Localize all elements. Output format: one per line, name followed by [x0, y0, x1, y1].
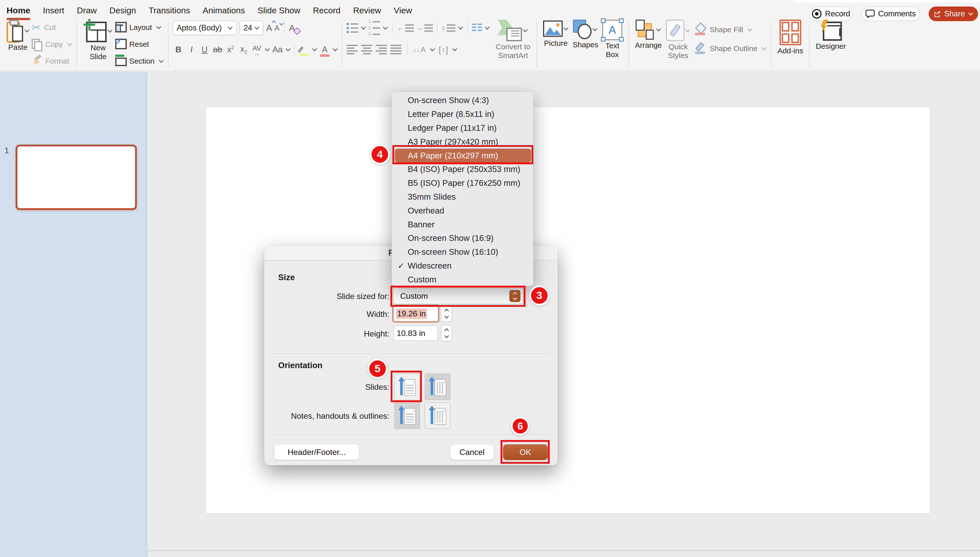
align-center-button[interactable]: [361, 45, 372, 54]
align-right-button[interactable]: [376, 45, 387, 54]
cut-button[interactable]: ✂Cut: [32, 20, 72, 35]
powerpoint-window: Home Insert Draw Design Transitions Anim…: [0, 0, 980, 557]
chevron-down-icon: [24, 28, 29, 33]
menu-item[interactable]: Letter Paper (8.5x11 in): [391, 107, 533, 121]
change-case-button[interactable]: Aa: [272, 45, 283, 54]
new-slide-button[interactable]: New Slide: [81, 20, 115, 61]
status-bar: [148, 550, 980, 557]
increase-font-size-button[interactable]: A: [266, 23, 272, 33]
font-size-select[interactable]: 24: [240, 21, 264, 35]
header-footer-button[interactable]: Header/Footer...: [274, 445, 359, 460]
tab-design[interactable]: Design: [109, 5, 136, 15]
slides-portrait-button[interactable]: [425, 373, 450, 400]
paragraph-group: ← → ↕ ↓↓A [↕]: [347, 18, 532, 71]
decrease-indent-button[interactable]: ←: [397, 24, 414, 32]
arrange-button[interactable]: Arrange: [633, 20, 664, 49]
tab-view[interactable]: View: [394, 5, 412, 15]
notes-landscape-button[interactable]: [394, 402, 420, 429]
format-painter-button[interactable]: Format: [32, 54, 72, 68]
character-spacing-button[interactable]: AV↔: [251, 44, 263, 55]
align-left-button[interactable]: [347, 45, 358, 54]
menu-item[interactable]: Overhead: [391, 204, 533, 218]
layout-button[interactable]: Layout: [115, 20, 164, 35]
width-label: Width:: [264, 309, 390, 319]
menu-item[interactable]: On-screen Show (4:3): [391, 94, 533, 107]
align-text-button[interactable]: [↕]: [439, 45, 448, 55]
menu-item-widescreen-checked[interactable]: ✓Widescreen: [391, 259, 533, 273]
convert-to-smartart-button[interactable]: Convert toSmartArt: [494, 20, 532, 60]
bullets-button[interactable]: [347, 23, 358, 33]
picture-button[interactable]: Picture: [541, 20, 571, 47]
menu-item[interactable]: On-screen Show (16:10): [391, 245, 533, 259]
slide-thumbnail[interactable]: [16, 145, 137, 210]
format-painter-icon: [32, 56, 42, 66]
section-icon: [115, 56, 126, 66]
quick-styles-button[interactable]: QuickStyles: [664, 20, 693, 60]
numbering-button[interactable]: [368, 20, 380, 36]
bold-button[interactable]: B: [173, 45, 184, 54]
font-group: Aptos (Body) 24 A A A B I U ab x2 x2 AV↔…: [173, 18, 338, 71]
tab-slide-show[interactable]: Slide Show: [258, 5, 300, 15]
font-name-select[interactable]: Aptos (Body): [173, 21, 237, 35]
chevron-down-icon: [452, 46, 457, 51]
italic-button[interactable]: I: [186, 45, 197, 54]
height-stepper[interactable]: [441, 325, 452, 342]
text-highlight-button[interactable]: [298, 46, 310, 53]
insert-group: Picture Shapes A TextBox: [541, 18, 625, 71]
width-stepper[interactable]: [441, 305, 452, 322]
annotation-badge-6: 6: [511, 417, 530, 435]
tab-record[interactable]: Record: [313, 5, 341, 15]
shapes-button[interactable]: Shapes: [571, 20, 600, 49]
text-box-button[interactable]: A TextBox: [600, 20, 625, 59]
comment-bubble-icon: [866, 10, 875, 18]
tab-transitions[interactable]: Transitions: [148, 5, 190, 15]
text-box-icon: A: [602, 20, 622, 40]
add-ins-button[interactable]: Add-ins: [776, 20, 805, 55]
section-button[interactable]: Section: [115, 54, 164, 68]
chevron-down-icon: [265, 46, 270, 51]
decrease-font-size-button[interactable]: A: [274, 24, 279, 32]
landscape-page-icon: [398, 406, 416, 426]
menu-item[interactable]: B4 (ISO) Paper (250x353 mm): [391, 163, 533, 176]
tab-review[interactable]: Review: [353, 5, 381, 15]
tab-insert[interactable]: Insert: [43, 5, 64, 15]
increase-indent-button[interactable]: →: [416, 24, 433, 32]
text-direction-button[interactable]: ↓↓A: [413, 45, 426, 54]
columns-button[interactable]: [472, 24, 482, 32]
designer-button[interactable]: Designer: [814, 20, 848, 50]
underline-button[interactable]: U: [199, 45, 210, 54]
cancel-button[interactable]: Cancel: [450, 445, 494, 460]
menu-item[interactable]: B5 (ISO) Paper (176x250 mm): [391, 176, 533, 190]
strikethrough-button[interactable]: ab: [212, 45, 223, 54]
subscript-button[interactable]: x2: [238, 44, 249, 55]
smartart-icon: [498, 20, 522, 41]
menu-item[interactable]: Ledger Paper (11x17 in): [391, 121, 533, 135]
font-color-button[interactable]: A: [319, 45, 331, 54]
copy-button[interactable]: Copy: [32, 37, 72, 52]
scissors-icon: ✂: [32, 21, 41, 34]
divider: [437, 21, 437, 34]
ribbon: Paste ✂Cut Copy Format New Slide Layout …: [0, 18, 980, 71]
menu-item[interactable]: On-screen Show (16:9): [391, 231, 533, 245]
menu-item[interactable]: 35mm Slides: [391, 190, 533, 204]
line-spacing-button[interactable]: ↕: [442, 24, 455, 32]
chevron-down-icon: [430, 46, 435, 51]
tab-draw[interactable]: Draw: [77, 5, 97, 15]
reset-button[interactable]: ↺Reset: [115, 37, 164, 52]
share-icon: [933, 10, 942, 18]
shape-outline-button[interactable]: Shape Outline: [695, 41, 767, 56]
shape-outline-icon: [695, 43, 706, 54]
height-input[interactable]: 10.83 in: [394, 326, 438, 341]
paste-button[interactable]: Paste: [4, 20, 32, 52]
notes-portrait-button[interactable]: [425, 402, 450, 429]
justify-button[interactable]: [390, 45, 401, 54]
divider: [284, 21, 284, 34]
superscript-button[interactable]: x2: [225, 45, 236, 54]
shape-fill-button[interactable]: Shape Fill: [695, 23, 767, 37]
clear-formatting-button[interactable]: A: [289, 23, 295, 33]
annotation-rect-slide-sized-for: [390, 286, 525, 307]
menu-item[interactable]: Custom: [391, 273, 533, 287]
width-input[interactable]: 19.26 in: [394, 306, 438, 321]
menu-item[interactable]: Banner: [391, 218, 533, 231]
tab-animations[interactable]: Animations: [203, 5, 245, 15]
